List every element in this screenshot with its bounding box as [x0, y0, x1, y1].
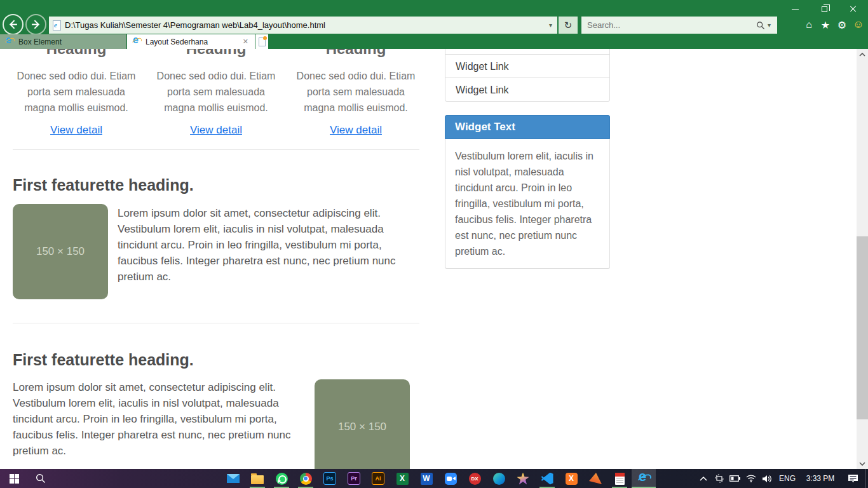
feedback-smiley-icon[interactable]: ☺: [851, 17, 865, 32]
scroll-up-button[interactable]: [857, 49, 868, 60]
tab-title: Box Element: [18, 37, 121, 46]
taskbar-app-file-explorer[interactable]: [245, 469, 269, 488]
taskbar-search-button[interactable]: [28, 469, 53, 488]
widget-link-item[interactable]: Widget Link: [445, 78, 609, 101]
taskbar-app-whatsapp[interactable]: [269, 469, 294, 488]
feature-column-2: Heading Donec sed odio dui. Etiam porta …: [153, 49, 280, 137]
taskbar-app-pdf[interactable]: [607, 469, 632, 488]
minimize-button[interactable]: [780, 0, 810, 18]
column-heading: Heading: [13, 49, 140, 58]
zoom-icon: [445, 473, 457, 485]
tray-volume-icon[interactable]: [759, 469, 775, 488]
new-tab-button[interactable]: [255, 34, 268, 49]
sync-icon: [714, 474, 724, 483]
favorites-star-icon[interactable]: ★: [818, 17, 832, 32]
search-dropdown-icon[interactable]: ▾: [765, 22, 773, 29]
excel-icon: X: [397, 473, 409, 485]
taskbar-app-vscode[interactable]: [535, 469, 559, 488]
divider: [13, 149, 419, 150]
taskbar-app-chrome[interactable]: [294, 469, 318, 488]
featurette-heading: First featurette heading.: [13, 350, 194, 369]
taskbar-app-edge[interactable]: [487, 469, 511, 488]
tray-sync-icon[interactable]: [711, 469, 727, 488]
window-controls: [780, 0, 868, 18]
vertical-scrollbar[interactable]: [857, 49, 868, 469]
taskbar-app-dx[interactable]: DX: [463, 469, 487, 488]
start-button[interactable]: [0, 469, 28, 488]
chevron-down-icon: [859, 462, 865, 466]
chevron-up-icon: [700, 477, 707, 481]
battery-icon: [729, 475, 740, 482]
scrollbar-thumb[interactable]: [857, 236, 868, 419]
taskbar-app-matlab[interactable]: [583, 469, 607, 488]
featurette-text: Lorem ipsum dolor sit amet, consectetur …: [13, 379, 295, 459]
taskbar-app-photos[interactable]: [511, 469, 535, 488]
widget-link-item[interactable]: [445, 49, 609, 54]
widget-link-item[interactable]: Widget Link: [445, 54, 609, 78]
view-detail-link[interactable]: View detail: [50, 124, 102, 137]
close-button[interactable]: [839, 0, 868, 18]
taskbar-app-premiere[interactable]: Pr: [342, 469, 366, 488]
back-arrow-icon: [8, 19, 18, 30]
taskbar-app-zoom[interactable]: [438, 469, 463, 488]
xampp-icon: X: [566, 473, 578, 485]
vscode-icon: [541, 473, 553, 485]
pdf-icon: [615, 473, 625, 485]
word-icon: W: [421, 473, 433, 485]
action-center-button[interactable]: [841, 469, 865, 488]
taskbar-app-word[interactable]: W: [414, 469, 438, 488]
search-icon[interactable]: [756, 21, 765, 30]
language-indicator[interactable]: ENG: [775, 469, 800, 488]
show-desktop-button[interactable]: [865, 469, 868, 488]
back-button[interactable]: [3, 14, 24, 35]
taskbar-app-photoshop[interactable]: Ps: [318, 469, 342, 488]
placeholder-image: 150 × 150: [315, 379, 410, 469]
chrome-icon: [300, 473, 312, 485]
dx-icon: DX: [469, 473, 481, 485]
speaker-icon: [762, 475, 772, 483]
page-content: Heading Donec sed odio dui. Etiam porta …: [0, 49, 857, 469]
photoshop-icon: Ps: [323, 472, 336, 485]
view-detail-link[interactable]: View detail: [190, 124, 242, 137]
view-detail-link[interactable]: View detail: [330, 124, 382, 137]
close-icon: [850, 5, 857, 13]
edge-icon: [493, 473, 505, 485]
whatsapp-icon: [276, 473, 288, 485]
address-input[interactable]: [65, 20, 546, 30]
time-label: 3:33 PM: [806, 474, 835, 483]
featurette-heading: First featurette heading.: [13, 175, 194, 194]
tab-close-icon[interactable]: ✕: [241, 37, 250, 46]
taskbar-app-excel[interactable]: X: [390, 469, 414, 488]
refresh-button[interactable]: ↻: [559, 17, 578, 34]
taskbar-app-mail[interactable]: [221, 469, 245, 488]
taskbar-app-internet-explorer[interactable]: [632, 469, 656, 488]
tab-box-element[interactable]: Box Element: [0, 34, 126, 49]
browser-chrome: ▾ ↻ ▾ ⌂ ★ ⚙ ☺ Box Element Layout Sederha…: [0, 0, 868, 49]
home-icon[interactable]: ⌂: [802, 17, 816, 32]
scroll-down-button[interactable]: [857, 458, 868, 469]
ie-favicon-icon: [132, 37, 142, 46]
tray-chevron-up[interactable]: [695, 469, 711, 488]
clock[interactable]: 3:33 PM: [800, 469, 841, 488]
windows-logo-icon: [10, 474, 19, 484]
taskbar-app-xampp[interactable]: X: [559, 469, 583, 488]
address-dropdown-icon[interactable]: ▾: [546, 22, 555, 29]
address-bar[interactable]: ▾: [49, 17, 557, 34]
column-heading: Heading: [292, 49, 419, 58]
illustrator-icon: Ai: [372, 472, 384, 485]
restore-button[interactable]: [810, 0, 839, 18]
widget-text-panel: Widget Text Vestibulum lorem elit, iacul…: [445, 115, 610, 269]
tab-layout-sederhana[interactable]: Layout Sederhana ✕: [127, 34, 255, 49]
search-input[interactable]: [587, 20, 756, 30]
chevron-up-icon: [859, 53, 865, 57]
column-heading: Heading: [153, 49, 280, 58]
search-box[interactable]: ▾: [581, 17, 777, 34]
action-center-icon: [848, 474, 858, 484]
tab-title: Layout Sederhana: [146, 37, 241, 46]
settings-gear-icon[interactable]: ⚙: [835, 17, 849, 32]
tray-wifi-icon[interactable]: [743, 469, 759, 488]
language-label: ENG: [779, 474, 796, 483]
taskbar-app-illustrator[interactable]: Ai: [366, 469, 390, 488]
tray-battery-icon[interactable]: [727, 469, 743, 488]
forward-button[interactable]: [25, 14, 46, 35]
